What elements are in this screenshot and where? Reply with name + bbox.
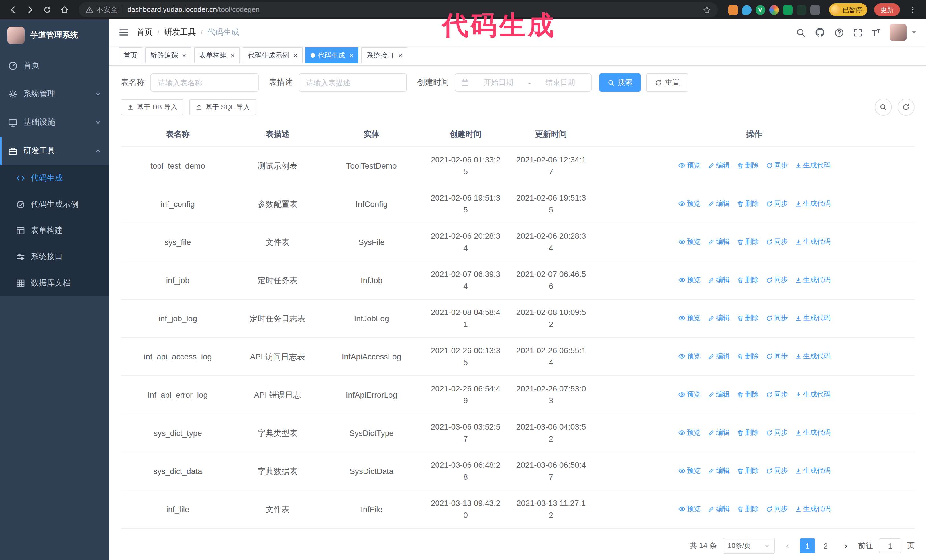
tab-5[interactable]: 代码生成× [306, 47, 359, 63]
action-preview-link[interactable]: 预览 [678, 503, 701, 515]
sidebar-item-codegen-example[interactable]: 代码生成示例 [0, 192, 109, 217]
action-delete-link[interactable]: 删除 [737, 503, 759, 515]
back-icon[interactable] [6, 2, 21, 17]
action-delete-link[interactable]: 删除 [737, 274, 759, 286]
caret-down-icon[interactable] [911, 30, 917, 35]
action-generate-link[interactable]: 生成代码 [794, 388, 831, 400]
action-generate-link[interactable]: 生成代码 [794, 198, 831, 210]
action-preview-link[interactable]: 预览 [678, 388, 701, 400]
action-sync-link[interactable]: 同步 [766, 160, 788, 172]
logo[interactable]: 芋道管理系统 [0, 20, 109, 51]
action-preview-link[interactable]: 预览 [678, 198, 701, 209]
bookmark-star-icon[interactable] [702, 5, 711, 14]
sidebar-item-devtools[interactable]: 研发工具 [0, 137, 109, 165]
tab-close-icon[interactable]: × [182, 51, 186, 59]
tab-close-icon[interactable]: × [230, 51, 235, 59]
extension-icon[interactable] [783, 5, 792, 15]
action-generate-link[interactable]: 生成代码 [794, 312, 831, 324]
profile-paused-chip[interactable]: 已暂停 [829, 3, 867, 16]
refresh-table-button[interactable] [897, 98, 915, 116]
date-range-picker[interactable]: 开始日期 - 结束日期 [455, 74, 592, 92]
action-generate-link[interactable]: 生成代码 [794, 503, 831, 515]
action-delete-link[interactable]: 删除 [737, 312, 759, 324]
font-size-icon[interactable]: TT [872, 28, 881, 37]
reset-button[interactable]: 重置 [646, 74, 688, 92]
action-edit-link[interactable]: 编辑 [707, 350, 730, 362]
action-generate-link[interactable]: 生成代码 [794, 160, 831, 172]
sidebar-item-codegen[interactable]: 代码生成 [0, 165, 109, 192]
tab-1[interactable]: 首页 [118, 47, 142, 63]
action-generate-link[interactable]: 生成代码 [794, 350, 831, 362]
next-page-button[interactable]: › [839, 538, 852, 553]
address-bar[interactable]: 不安全 dashboard.yudao.iocoder.cn/tool/code… [79, 2, 718, 17]
tab-2[interactable]: 链路追踪× [145, 47, 191, 63]
tab-6[interactable]: 系统接口× [362, 47, 407, 63]
action-delete-link[interactable]: 删除 [737, 160, 759, 172]
goto-page-input[interactable] [879, 538, 902, 553]
action-edit-link[interactable]: 编辑 [707, 198, 730, 210]
action-preview-link[interactable]: 预览 [678, 465, 701, 477]
action-delete-link[interactable]: 删除 [737, 236, 759, 248]
action-delete-link[interactable]: 删除 [737, 465, 759, 477]
toggle-search-button[interactable] [875, 98, 892, 116]
action-edit-link[interactable]: 编辑 [707, 465, 730, 477]
action-generate-link[interactable]: 生成代码 [794, 274, 831, 286]
fullscreen-icon[interactable] [853, 28, 862, 37]
table-desc-input[interactable] [299, 74, 407, 92]
sidebar-item-system[interactable]: 系统管理 [0, 80, 109, 108]
hamburger-icon[interactable] [118, 27, 129, 38]
action-sync-link[interactable]: 同步 [766, 465, 788, 477]
action-edit-link[interactable]: 编辑 [707, 427, 730, 439]
tab-close-icon[interactable]: × [293, 51, 297, 59]
action-edit-link[interactable]: 编辑 [707, 274, 730, 286]
tab-4[interactable]: 代码生成示例× [243, 47, 302, 63]
sidebar-item-db-doc[interactable]: 数据库文档 [0, 270, 109, 296]
tab-close-icon[interactable]: × [398, 51, 402, 59]
browser-menu-icon[interactable] [905, 2, 920, 17]
action-edit-link[interactable]: 编辑 [707, 236, 730, 248]
reload-icon[interactable] [40, 2, 55, 17]
prev-page-button[interactable]: ‹ [781, 538, 794, 553]
action-edit-link[interactable]: 编辑 [707, 312, 730, 324]
action-preview-link[interactable]: 预览 [678, 159, 701, 171]
tab-3[interactable]: 表单构建× [194, 47, 240, 63]
action-preview-link[interactable]: 预览 [678, 426, 701, 438]
import-db-button[interactable]: 基于 DB 导入 [121, 99, 184, 115]
action-sync-link[interactable]: 同步 [766, 350, 788, 362]
table-name-input[interactable] [150, 74, 259, 92]
action-delete-link[interactable]: 删除 [737, 198, 759, 210]
action-sync-link[interactable]: 同步 [766, 312, 788, 324]
import-sql-button[interactable]: 基于 SQL 导入 [189, 99, 256, 115]
search-button[interactable]: 搜索 [599, 74, 640, 92]
user-avatar[interactable] [890, 24, 906, 41]
breadcrumb-item[interactable]: 首页 [137, 27, 153, 38]
action-sync-link[interactable]: 同步 [766, 274, 788, 286]
sidebar-item-form-builder[interactable]: 表单构建 [0, 217, 109, 244]
action-sync-link[interactable]: 同步 [766, 236, 788, 248]
extension-icon[interactable] [769, 5, 779, 15]
action-sync-link[interactable]: 同步 [766, 198, 788, 210]
action-generate-link[interactable]: 生成代码 [794, 236, 831, 248]
breadcrumb-item[interactable]: 研发工具 [164, 27, 196, 38]
action-preview-link[interactable]: 预览 [678, 235, 701, 248]
sidebar-item-infrastructure[interactable]: 基础设施 [0, 108, 109, 137]
search-icon[interactable] [796, 28, 805, 37]
extension-icon[interactable] [810, 5, 820, 15]
extension-icon[interactable] [728, 5, 738, 15]
action-sync-link[interactable]: 同步 [766, 503, 788, 515]
sidebar-item-system-api[interactable]: 系统接口 [0, 244, 109, 270]
home-icon[interactable] [57, 2, 72, 17]
tab-close-icon[interactable]: × [349, 51, 354, 59]
action-delete-link[interactable]: 删除 [737, 350, 759, 362]
action-preview-link[interactable]: 预览 [678, 350, 701, 362]
page-size-select[interactable]: 10条/页 [723, 538, 775, 554]
extension-icon[interactable] [796, 5, 806, 15]
action-generate-link[interactable]: 生成代码 [794, 465, 831, 477]
extension-icon[interactable]: V [755, 5, 765, 15]
sidebar-item-home[interactable]: 首页 [0, 51, 109, 80]
action-sync-link[interactable]: 同步 [766, 427, 788, 439]
extension-icon[interactable] [741, 5, 751, 15]
action-generate-link[interactable]: 生成代码 [794, 427, 831, 439]
github-icon[interactable] [815, 27, 825, 38]
page-button-1[interactable]: 1 [800, 538, 815, 553]
